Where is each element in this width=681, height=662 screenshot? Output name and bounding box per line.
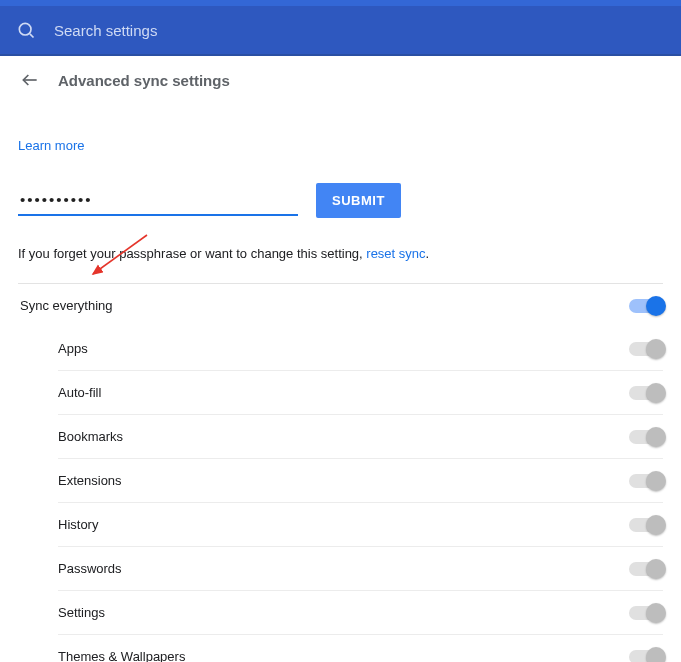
sync-item-label: Extensions [58, 473, 122, 488]
sync-item-row: Themes & Wallpapers [58, 635, 663, 662]
search-bar[interactable]: Search settings [0, 0, 681, 56]
sync-item-toggle[interactable] [629, 386, 663, 400]
sync-item-toggle[interactable] [629, 562, 663, 576]
sync-item-label: Settings [58, 605, 105, 620]
page-title: Advanced sync settings [58, 72, 230, 89]
helper-prefix: If you forget your passphrase or want to… [18, 246, 366, 261]
sync-item-row: Settings [58, 591, 663, 635]
sync-everything-row: Sync everything [18, 283, 663, 327]
sync-item-label: Apps [58, 341, 88, 356]
svg-line-1 [30, 34, 34, 38]
svg-point-0 [19, 23, 31, 35]
sync-item-row: History [58, 503, 663, 547]
sync-everything-toggle[interactable] [629, 299, 663, 313]
page-header: Advanced sync settings [0, 56, 681, 98]
back-button[interactable] [20, 70, 40, 90]
sync-item-label: Themes & Wallpapers [58, 649, 185, 662]
sync-item-row: Extensions [58, 459, 663, 503]
sync-item-toggle[interactable] [629, 606, 663, 620]
sync-item-label: Passwords [58, 561, 122, 576]
sync-item-label: History [58, 517, 98, 532]
sync-item-row: Apps [58, 327, 663, 371]
reset-sync-link[interactable]: reset sync [366, 246, 425, 261]
sync-item-toggle[interactable] [629, 474, 663, 488]
passphrase-input[interactable] [18, 185, 298, 216]
sync-items-list: AppsAuto-fillBookmarksExtensionsHistoryP… [18, 327, 663, 662]
sync-item-toggle[interactable] [629, 430, 663, 444]
sync-item-label: Auto-fill [58, 385, 101, 400]
sync-item-toggle[interactable] [629, 518, 663, 532]
search-icon [16, 20, 36, 40]
search-placeholder: Search settings [54, 22, 157, 39]
submit-button[interactable]: SUBMIT [316, 183, 401, 218]
sync-item-label: Bookmarks [58, 429, 123, 444]
sync-item-row: Bookmarks [58, 415, 663, 459]
learn-more-link[interactable]: Learn more [18, 138, 84, 153]
sync-item-toggle[interactable] [629, 650, 663, 663]
sync-item-row: Passwords [58, 547, 663, 591]
sync-item-row: Auto-fill [58, 371, 663, 415]
helper-text: If you forget your passphrase or want to… [18, 246, 663, 261]
sync-item-toggle[interactable] [629, 342, 663, 356]
helper-suffix: . [426, 246, 430, 261]
sync-everything-label: Sync everything [20, 298, 113, 313]
